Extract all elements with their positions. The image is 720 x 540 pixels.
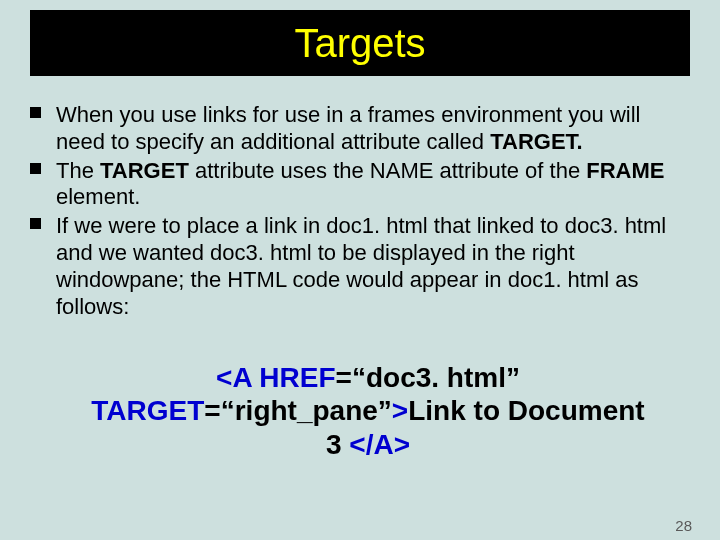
code-eq1: = bbox=[336, 362, 352, 393]
square-bullet-icon bbox=[30, 163, 41, 174]
bullet-3-text: If we were to place a link in doc1. html… bbox=[56, 213, 666, 318]
square-bullet-icon bbox=[30, 218, 41, 229]
content-area: When you use links for use in a frames e… bbox=[0, 76, 720, 461]
code-example: <A HREF=“doc3. html” TARGET=“right_pane”… bbox=[56, 361, 680, 462]
bullet-1: When you use links for use in a frames e… bbox=[56, 102, 680, 156]
bullet-2-bold2: FRAME bbox=[586, 158, 664, 183]
code-val1: “doc3. html” bbox=[352, 362, 520, 393]
code-eq2: = bbox=[204, 395, 220, 426]
bullet-2-post: element. bbox=[56, 184, 140, 209]
code-attr2: TARGET bbox=[91, 395, 204, 426]
slide-title: Targets bbox=[294, 21, 425, 66]
code-tag-open: <A HREF bbox=[216, 362, 336, 393]
code-val2: “right_pane” bbox=[221, 395, 392, 426]
title-bar: Targets bbox=[30, 10, 690, 76]
code-tag-close: </A> bbox=[349, 429, 410, 460]
bullet-3: If we were to place a link in doc1. html… bbox=[56, 213, 680, 320]
code-gt: > bbox=[392, 395, 408, 426]
bullet-2-mid: attribute uses the NAME attribute of the bbox=[189, 158, 586, 183]
square-bullet-icon bbox=[30, 107, 41, 118]
bullet-2-pre: The bbox=[56, 158, 100, 183]
page-number: 28 bbox=[675, 517, 692, 534]
bullet-2-bold1: TARGET bbox=[100, 158, 189, 183]
bullet-2: The TARGET attribute uses the NAME attri… bbox=[56, 158, 680, 212]
bullet-1-bold: TARGET. bbox=[490, 129, 582, 154]
